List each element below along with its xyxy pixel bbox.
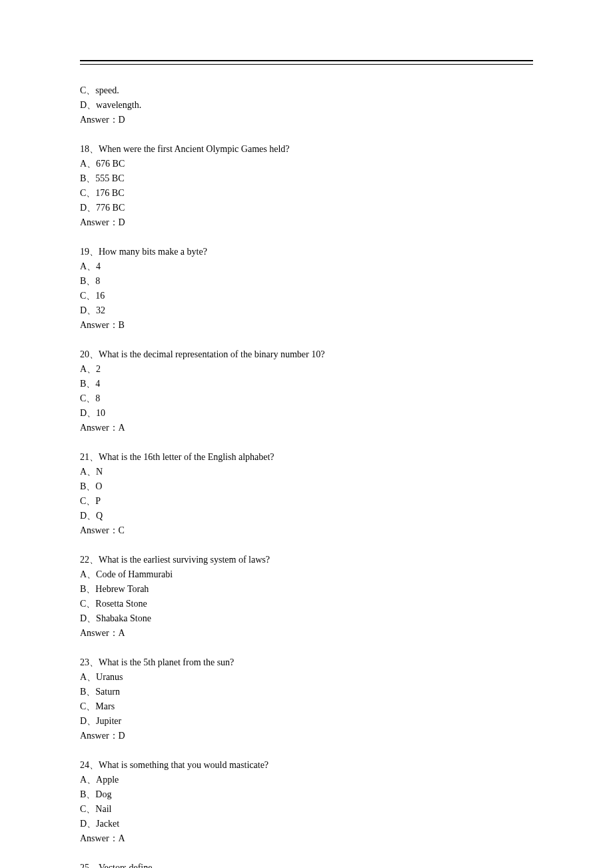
question-block: 21、What is the 16th letter of the Englis…	[80, 450, 533, 538]
option: D、776 BC	[80, 201, 533, 215]
question-text: 18、When were the first Ancient Olympic G…	[80, 142, 533, 157]
option: B、4	[80, 377, 533, 391]
option: C、16	[80, 289, 533, 303]
partial-question-block: C、speed. D、wavelength. Answer：D	[80, 83, 533, 127]
option: D、Shabaka Stone	[80, 611, 533, 626]
option: A、Uranus	[80, 670, 533, 685]
option: B、Hebrew Torah	[80, 582, 533, 597]
question-block: 20、What is the decimal representation of…	[80, 347, 533, 435]
header-rule-thin	[80, 64, 533, 65]
option: D、Jupiter	[80, 714, 533, 729]
answer-line: Answer：D	[80, 215, 533, 230]
page-container: C、speed. D、wavelength. Answer：D 18、When …	[0, 0, 613, 868]
question-text: 24、What is something that you would mast…	[80, 758, 533, 773]
option: A、4	[80, 259, 533, 274]
question-text: 19、How many bits make a byte?	[80, 245, 533, 259]
question-block: 24、What is something that you would mast…	[80, 758, 533, 846]
question-block: 25、Vectors defineA、magnitude.B、direction…	[80, 861, 533, 868]
question-text: 22、What is the earliest surviving system…	[80, 553, 533, 567]
option: D、Jacket	[80, 817, 533, 831]
option: B、8	[80, 274, 533, 289]
question-block: 18、When were the first Ancient Olympic G…	[80, 142, 533, 230]
option: B、Saturn	[80, 685, 533, 699]
answer-line: Answer：D	[80, 113, 533, 127]
option: D、Q	[80, 509, 533, 523]
option: A、Code of Hammurabi	[80, 567, 533, 582]
option: A、N	[80, 465, 533, 479]
question-block: 22、What is the earliest surviving system…	[80, 553, 533, 641]
question-block: 19、How many bits make a byte?A、4B、8C、16D…	[80, 245, 533, 333]
question-text: 23、What is the 5th planet from the sun?	[80, 655, 533, 670]
header-rule-thick	[80, 60, 533, 61]
question-block: 23、What is the 5th planet from the sun?A…	[80, 655, 533, 743]
question-text: 25、Vectors define	[80, 861, 533, 868]
option: B、Dog	[80, 787, 533, 802]
option: D、32	[80, 303, 533, 318]
option: A、Apple	[80, 773, 533, 787]
option: C、Rosetta Stone	[80, 597, 533, 611]
answer-line: Answer：D	[80, 729, 533, 743]
questions-list: 18、When were the first Ancient Olympic G…	[80, 142, 533, 868]
option: A、2	[80, 362, 533, 377]
question-text: 20、What is the decimal representation of…	[80, 347, 533, 362]
option: C、Nail	[80, 802, 533, 817]
question-text: 21、What is the 16th letter of the Englis…	[80, 450, 533, 465]
option: C、Mars	[80, 699, 533, 714]
option: D、10	[80, 406, 533, 421]
option: C、176 BC	[80, 186, 533, 201]
option: C、8	[80, 391, 533, 406]
option: B、O	[80, 479, 533, 494]
option: C、P	[80, 494, 533, 509]
answer-line: Answer：C	[80, 523, 533, 538]
answer-line: Answer：A	[80, 421, 533, 435]
answer-line: Answer：A	[80, 626, 533, 641]
answer-line: Answer：B	[80, 318, 533, 333]
option: B、555 BC	[80, 171, 533, 186]
option-c: C、speed.	[80, 83, 533, 98]
option: A、676 BC	[80, 157, 533, 171]
answer-line: Answer：A	[80, 831, 533, 846]
option-d: D、wavelength.	[80, 98, 533, 113]
